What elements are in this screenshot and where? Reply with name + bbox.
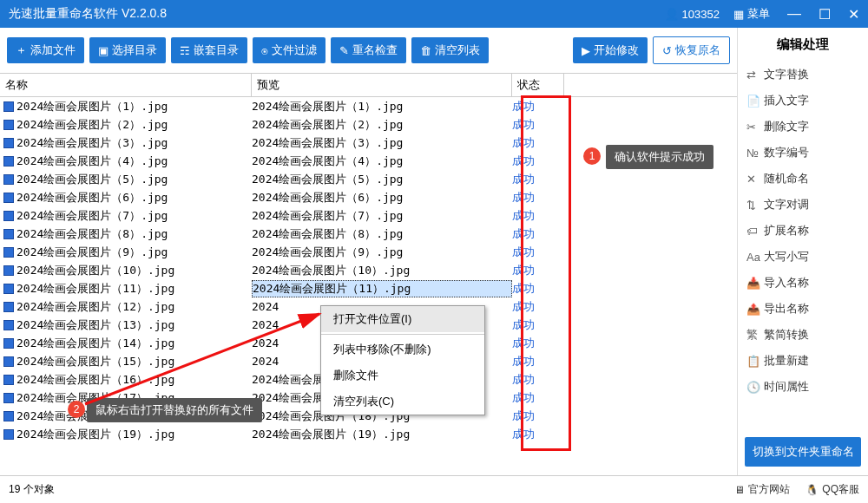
file-name: 2024绘画会展图片（14）.jpg xyxy=(16,336,174,351)
sidebar-item[interactable]: 📥导入名称 xyxy=(745,270,861,296)
table-row[interactable]: 2024绘画会展图片（1）.jpg2024绘画会展图片（1）.jpg成功 xyxy=(0,97,737,115)
sidebar: 编辑处理 ⇄文字替换📄插入文字✂删除文字№数字编号✕随机命名⇅文字对调🏷扩展名称… xyxy=(738,28,868,475)
col-status[interactable]: 状态 xyxy=(512,74,564,96)
sidebar-item[interactable]: 📤导出名称 xyxy=(745,296,861,322)
side-icon: ✂ xyxy=(746,121,759,134)
menu-button[interactable]: ▦ 菜单 xyxy=(733,6,770,22)
sidebar-item[interactable]: ⇄文字替换 xyxy=(745,62,861,88)
file-preview: 2024绘画会展图片（10）.jpg xyxy=(252,263,512,278)
side-label: 繁简转换 xyxy=(764,327,809,343)
side-label: 插入文字 xyxy=(764,93,809,108)
sidebar-item[interactable]: ⇅文字对调 xyxy=(745,192,861,218)
ctx-separator xyxy=(321,334,484,335)
user-badge[interactable]: 👤 103352 xyxy=(665,8,720,21)
file-preview: 2024绘画会展图片（6）.jpg xyxy=(252,190,512,206)
file-name: 2024绘画会展图片（2）.jpg xyxy=(16,117,168,133)
statusbar: 19 个对象 🖥官方网站 🐧QQ客服 xyxy=(0,475,868,503)
ctx-delete-file[interactable]: 删除文件 xyxy=(321,363,484,389)
sidebar-item[interactable]: ✂删除文字 xyxy=(745,114,861,140)
file-icon xyxy=(3,302,14,312)
callout-badge-2: 2 xyxy=(68,401,85,418)
ctx-remove-from-list[interactable]: 列表中移除(不删除) xyxy=(321,336,484,363)
user-id: 103352 xyxy=(682,8,720,21)
object-count: 19 个对象 xyxy=(9,482,55,497)
add-file-button[interactable]: ＋添加文件 xyxy=(7,37,84,63)
file-icon xyxy=(3,101,14,112)
side-icon: ✕ xyxy=(746,173,759,186)
restore-name-button[interactable]: ↺恢复原名 xyxy=(653,36,730,64)
side-label: 大写小写 xyxy=(764,249,809,265)
qq-support-link[interactable]: 🐧QQ客服 xyxy=(806,482,859,497)
table-row[interactable]: 2024绘画会展图片（10）.jpg2024绘画会展图片（10）.jpg成功 xyxy=(0,261,737,279)
switch-mode-button[interactable]: 切换到文件夹重命名 xyxy=(745,437,861,467)
table-row[interactable]: 2024绘画会展图片（8）.jpg2024绘画会展图片（8）.jpg成功 xyxy=(0,225,737,243)
file-name: 2024绘画会展图片（1）.jpg xyxy=(16,99,168,114)
official-site-link[interactable]: 🖥官方网站 xyxy=(734,482,790,497)
toolbar: ＋添加文件 ▣选择目录 ☶嵌套目录 ⍟文件过滤 ✎重名检查 🗑清空列表 ▶开始修… xyxy=(0,28,737,73)
file-icon xyxy=(3,211,14,221)
file-icon xyxy=(3,320,14,330)
table-row[interactable]: 2024绘画会展图片（11）.jpg2024绘画会展图片（11）.jpg成功 xyxy=(0,279,737,297)
table-row[interactable]: 2024绘画会展图片（7）.jpg2024绘画会展图片（7）.jpg成功 xyxy=(0,206,737,225)
sidebar-item[interactable]: 🏷扩展名称 xyxy=(745,218,861,244)
file-name: 2024绘画会展图片（12）.jpg xyxy=(16,299,174,315)
side-label: 导出名称 xyxy=(764,301,809,317)
file-preview: 2024绘画会展图片（11）.jpg xyxy=(252,280,512,297)
table-row[interactable]: 2024绘画会展图片（19）.jpg2024绘画会展图片（19）.jpg成功 xyxy=(0,425,737,443)
clear-list-button[interactable]: 🗑清空列表 xyxy=(411,37,489,63)
close-button[interactable]: ✕ xyxy=(848,6,859,23)
select-dir-button[interactable]: ▣选择目录 xyxy=(89,37,166,63)
play-icon: ▶ xyxy=(582,44,590,57)
minimize-button[interactable]: — xyxy=(787,6,801,23)
qq-icon: 🐧 xyxy=(806,484,819,496)
rename-check-button[interactable]: ✎重名检查 xyxy=(331,37,406,63)
nested-dir-button[interactable]: ☶嵌套目录 xyxy=(171,37,247,63)
sidebar-item[interactable]: Aa大写小写 xyxy=(745,244,861,270)
sidebar-item[interactable]: 📋批量新建 xyxy=(745,348,861,374)
file-name: 2024绘画会展图片（16）.jpg xyxy=(16,372,174,388)
file-name: 2024绘画会展图片（7）.jpg xyxy=(16,208,168,224)
user-icon: 👤 xyxy=(665,8,679,21)
sidebar-item[interactable]: 🕓时间属性 xyxy=(745,374,861,400)
side-label: 导入名称 xyxy=(764,275,809,291)
table-row[interactable]: 2024绘画会展图片（2）.jpg2024绘画会展图片（2）.jpg成功 xyxy=(0,115,737,134)
side-icon: 繁 xyxy=(746,327,759,343)
table-row[interactable]: 2024绘画会展图片（6）.jpg2024绘画会展图片（6）.jpg成功 xyxy=(0,188,737,206)
callout-1: 确认软件提示成功 xyxy=(606,145,713,169)
ctx-open-location[interactable]: 打开文件位置(I) xyxy=(321,306,484,332)
file-icon xyxy=(3,138,14,148)
sidebar-item[interactable]: 📄插入文字 xyxy=(745,88,861,114)
file-preview: 2024绘画会展图片（9）.jpg xyxy=(252,245,512,260)
side-icon: № xyxy=(746,147,759,160)
file-icon xyxy=(3,174,14,185)
file-name: 2024绘画会展图片（4）.jpg xyxy=(16,154,168,169)
side-icon: 📋 xyxy=(746,355,759,368)
sidebar-item[interactable]: ✕随机命名 xyxy=(745,166,861,192)
file-icon xyxy=(3,429,14,440)
sidebar-item[interactable]: №数字编号 xyxy=(745,140,861,166)
check-icon: ✎ xyxy=(339,44,349,57)
maximize-button[interactable]: ☐ xyxy=(819,6,831,23)
ctx-clear-list[interactable]: 清空列表(C) xyxy=(321,389,484,415)
undo-icon: ↺ xyxy=(662,44,672,57)
table-row[interactable]: 2024绘画会展图片（9）.jpg2024绘画会展图片（9）.jpg成功 xyxy=(0,243,737,261)
side-label: 文字对调 xyxy=(764,197,809,212)
file-preview: 2024绘画会展图片（2）.jpg xyxy=(252,117,512,133)
side-icon: 🏷 xyxy=(746,225,759,238)
start-modify-button[interactable]: ▶开始修改 xyxy=(573,37,648,63)
filter-icon: ⍟ xyxy=(261,44,268,57)
col-name[interactable]: 名称 xyxy=(0,74,252,96)
col-preview[interactable]: 预览 xyxy=(252,74,512,96)
file-filter-button[interactable]: ⍟文件过滤 xyxy=(253,37,326,63)
file-name: 2024绘画会展图片（6）.jpg xyxy=(16,190,168,206)
sidebar-item[interactable]: 繁繁简转换 xyxy=(745,322,861,348)
file-icon xyxy=(3,393,14,403)
table-row[interactable]: 2024绘画会展图片（5）.jpg2024绘画会展图片（5）.jpg成功 xyxy=(0,170,737,188)
side-icon: 📤 xyxy=(746,303,759,316)
file-icon xyxy=(3,284,14,294)
file-name: 2024绘画会展图片（5）.jpg xyxy=(16,172,168,187)
grid-header: 名称 预览 状态 xyxy=(0,74,737,97)
titlebar: 光速批量重命名软件 V2.2.0.8 👤 103352 ▦ 菜单 — ☐ ✕ xyxy=(0,0,868,28)
side-icon: ⇄ xyxy=(746,69,759,82)
file-icon xyxy=(3,156,14,167)
